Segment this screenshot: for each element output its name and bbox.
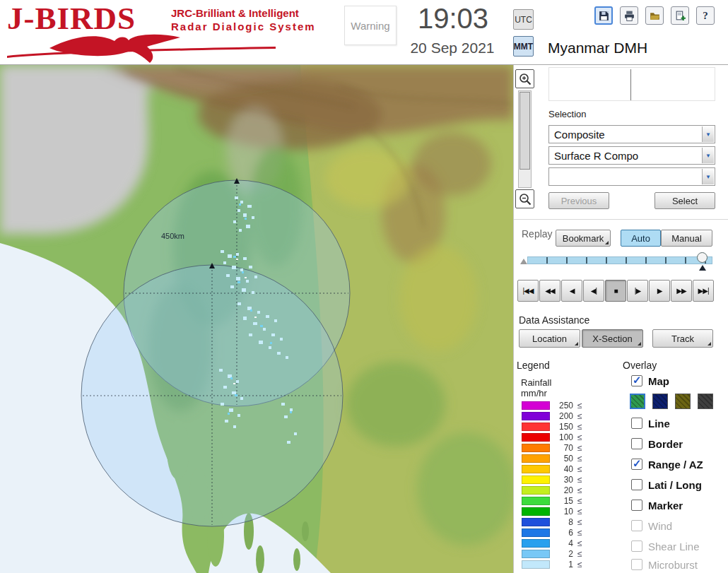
legend-value: 200 [551, 411, 573, 421]
range-ring-label: 450km [161, 232, 184, 240]
legend-row: 2≤ [514, 549, 620, 560]
line-checkbox[interactable] [631, 418, 642, 429]
radar-map[interactable]: 450km [0, 65, 513, 573]
range-az-checkbox[interactable] [631, 459, 642, 470]
bookmark-button[interactable]: Bookmark [556, 230, 611, 247]
zoom-scrollbar-thumb[interactable] [519, 92, 530, 170]
map-style-swatch-olive[interactable] [675, 394, 691, 409]
print-button[interactable] [620, 6, 638, 25]
app-logo-subtitle-2: Radar Dialogic System [171, 20, 316, 33]
legend-color-swatch [522, 412, 550, 420]
x-section-button[interactable]: X-Section [582, 329, 643, 348]
border-checkbox[interactable] [631, 438, 642, 449]
fast-rewind-button[interactable]: ◀◀ [539, 280, 560, 302]
legend-subtitle-unit: mm/hr [521, 388, 547, 398]
legend-color-swatch [522, 423, 550, 431]
timeline-slider[interactable] [527, 256, 712, 264]
status-display [548, 67, 715, 101]
legend-color-swatch [522, 444, 550, 452]
overlay-item-marker[interactable]: Marker [631, 498, 683, 512]
lati-long-checkbox[interactable] [631, 479, 642, 490]
timeline-handle[interactable] [697, 252, 708, 263]
save-button[interactable] [594, 6, 613, 25]
category-dropdown[interactable]: Composite [548, 125, 715, 143]
legend-operator: ≤ [577, 549, 582, 559]
microburst-checkbox [631, 559, 642, 570]
legend-color-swatch [522, 497, 550, 505]
legend-value: 1 [551, 560, 573, 569]
legend-operator: ≤ [577, 401, 582, 410]
chevron-down-icon[interactable] [702, 148, 714, 163]
overlay-item-border[interactable]: Border [631, 437, 683, 451]
save-icon [598, 10, 610, 22]
legend-operator: ≤ [577, 485, 582, 495]
manual-mode-button[interactable]: Manual [661, 230, 712, 247]
utc-button[interactable]: UTC [513, 9, 534, 30]
marker-checkbox[interactable] [631, 500, 642, 511]
product-dropdown[interactable]: Surface R Compo [548, 146, 715, 165]
stop-button[interactable]: ■ [605, 280, 626, 302]
shear-line-checkbox [631, 540, 642, 552]
overlay-item-label: Marker [648, 500, 683, 512]
legend-value: 150 [551, 422, 573, 432]
legend-row: 30≤ [514, 475, 620, 485]
open-folder-button[interactable] [645, 6, 664, 25]
legend-color-swatch [522, 465, 550, 473]
overlay-item-label: Line [648, 418, 670, 430]
timeline-start-marker [520, 259, 527, 264]
overlay-item-line[interactable]: Line [631, 416, 670, 430]
zoom-out-button[interactable] [515, 189, 534, 208]
map-style-swatch-blue[interactable] [652, 394, 668, 409]
clock-time: 19:03 [400, 3, 506, 35]
legend-row: 1≤ [514, 560, 620, 570]
fast-forward-button[interactable]: ▶▶ [671, 280, 692, 302]
export-button[interactable] [671, 6, 689, 25]
overlay-title: Overlay [623, 360, 657, 371]
step-back-button[interactable]: ◀| [583, 280, 604, 302]
help-icon: ? [703, 10, 708, 22]
chevron-down-icon[interactable] [702, 169, 714, 184]
legend-value: 50 [551, 454, 573, 463]
play-button[interactable]: ▶ [649, 280, 670, 302]
legend-color-swatch [522, 486, 550, 495]
legend-row: 40≤ [514, 464, 620, 475]
station-name: Myanmar DMH [548, 40, 647, 57]
overlay-item-map[interactable]: Map [631, 374, 669, 388]
help-button[interactable]: ? [696, 6, 715, 25]
overlay-item-lati-long[interactable]: Lati / Long [631, 478, 702, 492]
map-style-swatch-gray[interactable] [698, 394, 713, 409]
track-button[interactable]: Track [652, 329, 713, 348]
skip-to-end-button[interactable]: ▶▶| [693, 280, 714, 302]
legend-operator: ≤ [577, 528, 582, 538]
auto-mode-button[interactable]: Auto [621, 230, 661, 247]
play-reverse-button[interactable]: ◀ [561, 280, 582, 302]
map-checkbox[interactable] [631, 375, 642, 386]
legend-value: 30 [551, 475, 573, 485]
skip-to-start-button[interactable]: |◀◀ [517, 280, 539, 302]
chevron-down-icon[interactable] [702, 126, 714, 142]
legend-operator: ≤ [577, 517, 582, 527]
export-icon [674, 10, 686, 22]
legend-operator: ≤ [577, 560, 582, 569]
legend-row: 4≤ [514, 538, 620, 549]
mmt-button[interactable]: MMT [513, 36, 534, 57]
legend-row: 250≤ [514, 401, 620, 411]
zoom-in-button[interactable] [515, 69, 534, 88]
map-style-swatch-green[interactable] [630, 394, 645, 409]
zoom-scrollbar[interactable] [518, 90, 532, 188]
step-forward-button[interactable]: |▶ [627, 280, 648, 302]
legend-color-swatch [522, 401, 550, 410]
legend-operator: ≤ [577, 443, 582, 453]
select-button[interactable]: Select [654, 192, 715, 209]
legend-color-swatch [522, 528, 550, 537]
location-button[interactable]: Location [519, 329, 580, 348]
legend-value: 100 [551, 432, 573, 442]
option-dropdown[interactable] [548, 167, 715, 186]
legend-value: 2 [551, 549, 573, 559]
legend-subtitle-rainfall: Rainfall [521, 377, 551, 388]
previous-button[interactable]: Previous [548, 192, 609, 209]
legend-operator: ≤ [577, 475, 582, 485]
legend-operator: ≤ [577, 411, 582, 421]
jbirds-app: J-BIRDS JRC-Brilliant & Intelligent Rada… [0, 0, 728, 573]
overlay-item-range-az[interactable]: Range / AZ [631, 457, 703, 471]
